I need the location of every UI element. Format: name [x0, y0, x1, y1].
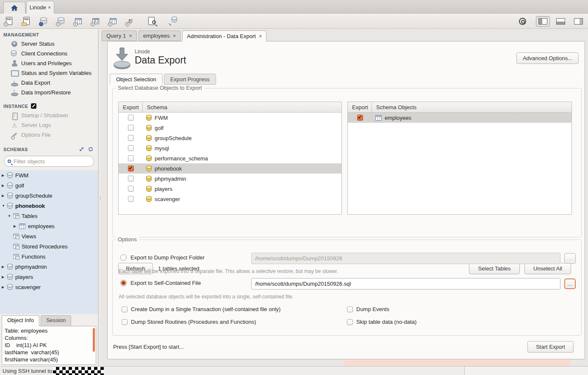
- close-icon[interactable]: ×: [129, 33, 132, 39]
- sidebar-item-options-file[interactable]: Options File: [0, 130, 98, 140]
- export-checkbox[interactable]: [357, 115, 363, 121]
- self-contained-radio[interactable]: [120, 280, 127, 286]
- tree-item-functions-group[interactable]: Functions: [0, 251, 98, 262]
- self-contained-path-input[interactable]: [251, 278, 560, 290]
- schema-icon: [146, 176, 152, 182]
- create-function-button[interactable]: f(): [124, 15, 137, 27]
- expander-icon[interactable]: ▶: [2, 184, 7, 188]
- sidebar-item-server-status[interactable]: Server Status: [0, 39, 98, 49]
- tab-administration-data-export[interactable]: Administration - Data Export×: [182, 30, 266, 41]
- sidebar-item-client-connections[interactable]: Client Connections: [0, 49, 98, 58]
- dump-events-checkbox[interactable]: [347, 306, 353, 312]
- table-row[interactable]: scavenger: [119, 194, 341, 204]
- sidebar-item-system-variables[interactable]: Status and System Variables: [0, 68, 98, 78]
- export-checkbox[interactable]: [128, 155, 134, 161]
- export-checkbox[interactable]: [128, 196, 134, 202]
- export-checkbox[interactable]: [128, 115, 134, 121]
- create-procedure-button[interactable]: ↑: [107, 15, 119, 27]
- table-row[interactable]: golf: [119, 123, 341, 133]
- expander-icon[interactable]: ▶: [2, 174, 7, 177]
- table-row-employees-selected[interactable]: employees: [348, 113, 571, 123]
- collapse-icon[interactable]: ▼: [2, 204, 7, 208]
- scrollbar-thumb[interactable]: [93, 328, 95, 352]
- schema-icon: [7, 274, 13, 280]
- tab-object-selection[interactable]: Object Selection: [110, 74, 163, 85]
- table-row[interactable]: phpmyadmin: [119, 174, 341, 184]
- expander-icon[interactable]: ▶: [2, 285, 7, 289]
- export-checkbox[interactable]: [128, 165, 134, 171]
- export-checkbox[interactable]: [128, 186, 134, 192]
- tab-object-info[interactable]: Object Info: [2, 315, 39, 326]
- start-export-button[interactable]: Start Export: [527, 341, 574, 353]
- table-row[interactable]: FWM: [119, 113, 341, 123]
- refresh-schemas-icon[interactable]: [88, 146, 94, 152]
- collapse-icon[interactable]: ▼: [8, 214, 13, 218]
- tab-session[interactable]: Session: [41, 315, 71, 326]
- tree-item-schema[interactable]: ▶players: [0, 272, 98, 282]
- create-view-button[interactable]: [89, 15, 102, 27]
- tree-item-schema[interactable]: ▼phonebook: [0, 201, 98, 211]
- export-checkbox[interactable]: [128, 176, 134, 182]
- tab-query-1[interactable]: Query 1×: [102, 30, 137, 41]
- skip-table-data-checkbox[interactable]: [347, 319, 353, 325]
- tree-item-schema[interactable]: ▶phpmyadmin: [0, 262, 98, 272]
- table-row[interactable]: mysql: [119, 143, 341, 153]
- create-table-button[interactable]: [72, 15, 85, 27]
- home-tab[interactable]: [3, 2, 25, 14]
- sidebar-item-users-privileges[interactable]: Users and Privileges: [0, 58, 98, 68]
- tree-item-views-group[interactable]: Views: [0, 231, 98, 241]
- tree-item-schema[interactable]: ▶scavenger: [0, 282, 98, 292]
- expander-icon[interactable]: ▶: [2, 265, 7, 269]
- inspect-database-button[interactable]: i: [37, 15, 50, 27]
- expander-icon[interactable]: ▶: [2, 194, 7, 198]
- dump-folder-path-input[interactable]: [251, 253, 560, 264]
- sidebar-item-startup-shutdown[interactable]: Startup / Shutdown: [0, 110, 98, 120]
- column-header-export[interactable]: Export: [119, 102, 143, 112]
- new-query-tab-button[interactable]: [3, 15, 15, 27]
- close-icon[interactable]: ×: [48, 5, 51, 10]
- column-header-export[interactable]: Export: [348, 102, 372, 112]
- sidebar-item-data-import[interactable]: Data Import/Restore: [0, 88, 98, 97]
- export-checkbox[interactable]: [128, 135, 134, 141]
- tree-item-schema[interactable]: ▶groupSchedule: [0, 190, 98, 201]
- expander-icon[interactable]: ▶: [14, 224, 19, 228]
- table-row[interactable]: groupSchedule: [119, 133, 341, 143]
- tab-export-progress[interactable]: Export Progress: [164, 74, 216, 85]
- tree-item-procedures-group[interactable]: Stored Procedures: [0, 241, 98, 251]
- toggle-left-panel-button[interactable]: [536, 16, 550, 27]
- connection-tab[interactable]: Linode ×: [26, 1, 54, 14]
- create-schema-button[interactable]: [55, 15, 67, 27]
- export-folder-radio[interactable]: [120, 254, 127, 261]
- toggle-right-panel-button[interactable]: [571, 16, 585, 27]
- tab-employees[interactable]: employees×: [139, 30, 180, 41]
- sidebar-item-server-logs[interactable]: ⚠Server Logs: [0, 120, 98, 130]
- table-row[interactable]: players: [119, 184, 341, 194]
- close-icon[interactable]: ×: [173, 33, 176, 39]
- tree-item-schema[interactable]: ▶golf: [0, 180, 98, 190]
- schema-filter-input[interactable]: [14, 158, 90, 165]
- table-row-phonebook-selected[interactable]: phonebook: [119, 163, 341, 174]
- toggle-bottom-panel-button[interactable]: [554, 16, 568, 27]
- tree-item-tables-group[interactable]: ▼Tables: [0, 211, 98, 221]
- reconnect-database-button[interactable]: ↘: [166, 15, 179, 27]
- sidebar-item-data-export[interactable]: Data Export: [0, 78, 98, 88]
- browse-file-button[interactable]: ...: [564, 278, 576, 289]
- column-header-schema-objects[interactable]: Schema Objects: [372, 102, 416, 112]
- single-transaction-checkbox[interactable]: [122, 306, 128, 312]
- table-row[interactable]: performance_schema: [119, 153, 341, 163]
- search-table-data-button[interactable]: [145, 15, 158, 27]
- tree-item-table-employees[interactable]: ▶employees: [0, 221, 98, 231]
- ssh-tunnel-status-text: Using SSH tunnel to: [3, 368, 52, 374]
- tree-item-schema[interactable]: ▶FWM: [0, 170, 98, 180]
- browse-folder-button[interactable]: ...: [564, 253, 576, 264]
- expand-schemas-icon[interactable]: [79, 146, 84, 152]
- column-header-schema[interactable]: Schema: [143, 102, 167, 112]
- expander-icon[interactable]: ▶: [2, 275, 7, 279]
- advanced-options-button[interactable]: Advanced Options...: [516, 52, 579, 64]
- close-icon[interactable]: ×: [259, 33, 262, 39]
- export-checkbox[interactable]: [128, 125, 134, 131]
- open-sql-script-button[interactable]: [20, 15, 33, 27]
- export-checkbox[interactable]: [128, 145, 134, 151]
- stored-routines-checkbox[interactable]: [122, 319, 128, 325]
- tables-group-icon: [13, 213, 19, 218]
